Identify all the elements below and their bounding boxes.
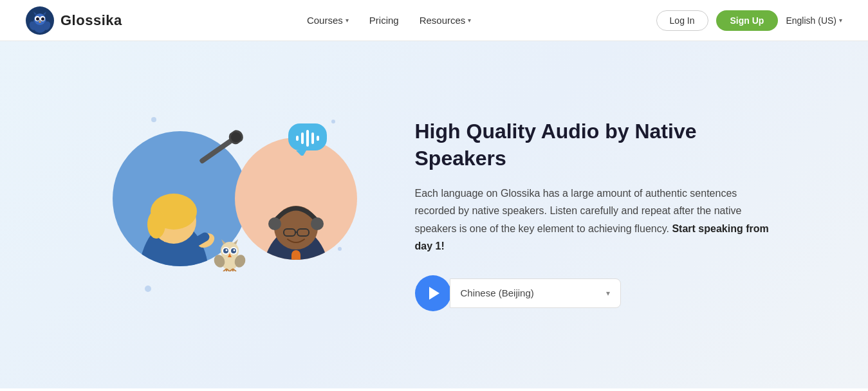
- nav-pricing[interactable]: Pricing: [369, 15, 399, 26]
- svg-point-24: [268, 217, 281, 230]
- dot-decoration: [151, 117, 156, 122]
- dot-decoration: [331, 120, 335, 123]
- resources-chevron-icon: ▾: [468, 17, 471, 24]
- svg-point-47: [233, 250, 235, 251]
- dot-decoration: [145, 286, 151, 292]
- nav-actions: Log In Sign Up English (US) ▾: [656, 10, 842, 31]
- svg-rect-35: [317, 136, 319, 141]
- hero-section: High Quality Audio by Native Speakers Ea…: [0, 41, 868, 388]
- svg-point-46: [225, 250, 227, 251]
- speech-bubble: [288, 123, 328, 158]
- svg-rect-33: [306, 130, 309, 147]
- hero-description: Each language on Glossika has a large am…: [415, 185, 775, 255]
- hero-content: High Quality Audio by Native Speakers Ea…: [415, 118, 775, 311]
- hero-illustration: [93, 105, 364, 324]
- hero-title: High Quality Audio by Native Speakers: [415, 118, 775, 172]
- svg-point-6: [41, 17, 44, 21]
- audio-player: Chinese (Beijing) ▾: [415, 275, 621, 311]
- nav-resources[interactable]: Resources ▾: [420, 15, 472, 26]
- svg-rect-34: [311, 132, 314, 144]
- play-button[interactable]: [415, 275, 451, 311]
- svg-point-15: [147, 210, 165, 239]
- svg-marker-30: [296, 150, 306, 156]
- main-nav: Courses ▾ Pricing Resources ▾: [307, 15, 471, 26]
- svg-point-25: [311, 217, 324, 230]
- main-header: Glossika Courses ▾ Pricing Resources ▾ L…: [0, 0, 868, 41]
- play-icon: [429, 287, 439, 300]
- language-chevron-icon: ▾: [839, 17, 842, 24]
- svg-rect-31: [296, 136, 299, 141]
- selected-language: Chinese (Beijing): [461, 287, 534, 298]
- dropdown-chevron-icon: ▾: [606, 289, 610, 298]
- language-dropdown[interactable]: Chinese (Beijing) ▾: [450, 278, 621, 308]
- svg-rect-22: [291, 250, 300, 260]
- owl-mascot: [213, 238, 246, 274]
- login-button[interactable]: Log In: [656, 10, 708, 31]
- logo-area[interactable]: Glossika: [26, 6, 122, 35]
- language-selector[interactable]: English (US) ▾: [786, 15, 842, 26]
- nav-courses[interactable]: Courses ▾: [307, 15, 349, 26]
- signup-button[interactable]: Sign Up: [716, 10, 779, 31]
- courses-chevron-icon: ▾: [346, 17, 349, 24]
- svg-point-5: [36, 17, 39, 21]
- svg-rect-32: [301, 132, 304, 144]
- logo-text: Glossika: [60, 12, 122, 29]
- glossika-logo-icon: [26, 6, 54, 35]
- dot-decoration: [338, 247, 342, 251]
